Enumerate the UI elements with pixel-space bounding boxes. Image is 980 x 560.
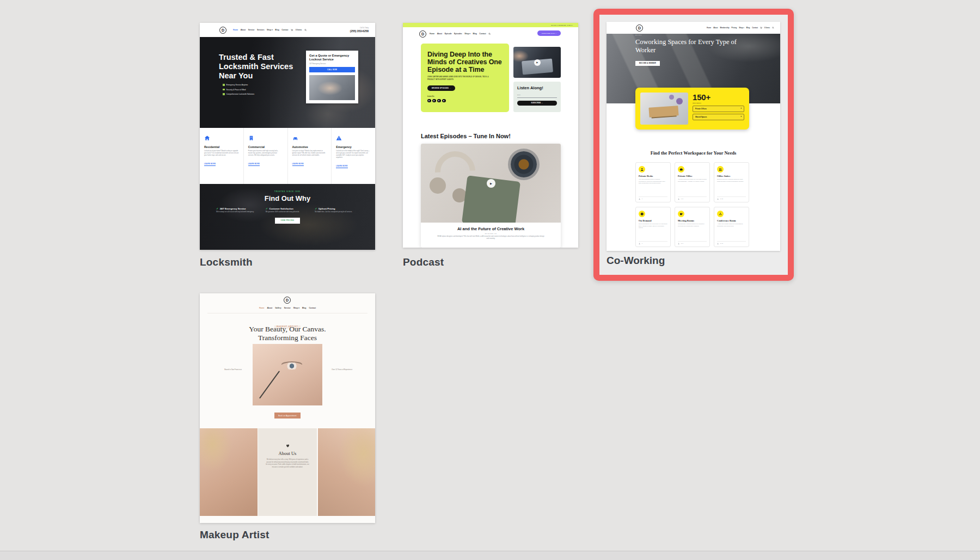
why-item: ✓Upfront Pricing No hidden fees. Just fa…: [315, 207, 358, 213]
call-now-button: CALL NOW: [309, 67, 355, 72]
nav-item-shop: Shop ▾: [293, 307, 299, 309]
coworking-header: D Home About Membership Pricing Shop ▾ B…: [607, 22, 780, 34]
podcast-nav: Home About Episode Episodes Shop ▾ Blog …: [430, 33, 491, 35]
check-icon: ✓: [315, 207, 317, 210]
browse-episodes-button: BROWSE EPISODES →: [427, 85, 455, 91]
template-label-locksmith[interactable]: Locksmith: [200, 256, 253, 268]
heart-ornament-icon: [286, 444, 290, 448]
nav-item-about: About: [713, 27, 718, 29]
bullet-square-icon: [223, 84, 225, 86]
nav-item-about: About: [267, 307, 272, 309]
service-text: Protect your business with high-security…: [248, 150, 283, 157]
template-card-makeup-artist[interactable]: D Home About Gallery Service Shop ▾ Blog…: [200, 293, 375, 523]
nav-item-blog: Blog: [746, 27, 750, 29]
dropdown-private-offices: Private Offices ▾: [693, 106, 744, 112]
template-card-podcast[interactable]: START LISTENING TODAY D Home About Episo…: [403, 23, 578, 248]
workspace-card-private-office: Private Office A private and secure spac…: [675, 162, 710, 202]
capacity-row: 2–8: [678, 241, 707, 244]
nav-item-contact: Contact: [281, 29, 288, 31]
workspace-text: Need a workspace for a few hours or a fe…: [639, 223, 667, 229]
clock-icon: [639, 211, 645, 217]
service-text: Lost your car keys? Need a key replaceme…: [292, 150, 327, 157]
title-line-1: Your Beauty, Our Canvas.: [200, 325, 375, 334]
workspace-title: On Demand: [639, 219, 667, 222]
podcast-video-thumb: ▶: [513, 47, 561, 78]
divi-logo-icon: D: [284, 297, 291, 304]
locksmith-hero-title: Trusted & Fast Locksmith Services Near Y…: [219, 53, 305, 81]
episode-number: EPISODE 12: [421, 233, 561, 235]
hero-eyebrow: WORK: [635, 34, 642, 36]
capacity-value: 1–5: [681, 198, 683, 200]
selected-template-highlight[interactable]: D Home About Membership Pricing Shop ▾ B…: [593, 9, 794, 281]
capacity-row: 1: [639, 196, 667, 200]
nav-item-about: About: [241, 29, 246, 31]
why-columns: ✓24/7 Emergency Service We're always on …: [200, 207, 375, 213]
about-title: About Us: [279, 451, 297, 456]
locksmith-services-row: Residential Locked out of your home? Nee…: [200, 128, 375, 184]
play-icon: ▶: [534, 59, 541, 66]
service-card-automotive: Automotive Lost your car keys? Need a ke…: [288, 128, 332, 184]
locksmith-hero-bullets: Emergency Service Anytime Security & Pea…: [223, 84, 254, 98]
template-label-makeup-artist[interactable]: Makeup Artist: [200, 529, 270, 541]
window-bottom-edge: [0, 551, 980, 560]
capacity-value: 1: [642, 198, 642, 200]
headphones-decoration: [430, 177, 446, 194]
brush-decoration: [259, 371, 280, 399]
person-icon: [717, 243, 719, 244]
quote-photo: [309, 75, 355, 100]
workspace-title: Private Desks: [639, 175, 667, 177]
learn-more-link: LEARN MORE: [336, 165, 347, 168]
workspace-title: Conference Room: [717, 219, 746, 222]
locksmith-nav: Home About Service Services Shop ▾ Blog …: [233, 29, 307, 32]
view-pricing-button: VIEW PRICING: [275, 218, 299, 224]
dropdown-label: Private Offices: [695, 108, 707, 110]
table-decoration: [648, 106, 678, 118]
check-icon: ✓: [216, 207, 218, 210]
right-note: Over 12 Years of Experience: [324, 368, 360, 371]
why-eyebrow: TRUSTED SINCE 1995: [200, 191, 375, 193]
why-item-text: No hidden fees. Just fair, transparent p…: [315, 211, 357, 213]
podcast-hero-subtitle: JOHN CARTER AND ANNIE LEWIS DIVE INTO TH…: [427, 76, 494, 81]
nav-item-blog: Blog: [302, 307, 307, 309]
divi-logo-icon: D: [219, 27, 226, 34]
locksmith-quote-card: Get a Quote or Emergency Lockout Service…: [306, 51, 358, 103]
phone-number: (255) 353-6258: [350, 29, 369, 33]
topbar-text: START LISTENING TODAY: [551, 24, 573, 26]
nav-item-home: Home: [430, 33, 434, 35]
check-icon: ✓: [266, 207, 268, 210]
person-icon: [639, 166, 645, 173]
nav-item-services: Services: [257, 29, 265, 31]
locksmith-hero: Trusted & Fast Locksmith Services Near Y…: [200, 37, 375, 128]
divi-logo-icon: D: [419, 30, 426, 38]
service-title: Commercial: [248, 145, 283, 149]
call-block: Call Us Today (255) 353-6258: [350, 27, 369, 33]
podcast-topbar: START LISTENING TODAY: [403, 23, 578, 27]
nav-item-membership: Membership: [720, 27, 730, 29]
why-item-title: Upfront Pricing: [318, 207, 335, 210]
nav-item-shop: Shop ▾: [464, 33, 470, 35]
template-card-locksmith[interactable]: D Home About Service Services Shop ▾ Blo…: [200, 23, 375, 250]
locksmith-header: D Home About Service Services Shop ▾ Blo…: [200, 23, 375, 37]
coffee-cup-icon: [678, 211, 684, 217]
learn-more-link: LEARN MORE: [204, 163, 216, 166]
nav-item-episodes: Episodes: [454, 33, 462, 35]
template-label-coworking[interactable]: Co-Working: [607, 255, 665, 267]
chair-decoration: [669, 95, 674, 100]
social-icon: [437, 99, 441, 103]
capacity-value: 2–30: [720, 243, 724, 244]
nav-item-contact: Contact: [479, 33, 486, 35]
why-item: ✓24/7 Emergency Service We're always on …: [216, 207, 259, 213]
capacity-value: 2–20: [720, 198, 724, 200]
template-card-coworking[interactable]: D Home About Membership Pricing Shop ▾ B…: [607, 22, 780, 251]
episode-title: AI and the Future of Creative Work: [421, 226, 561, 231]
workspace-card-office-suites: Office Suites Spacious and fully equippe…: [714, 162, 749, 202]
workspace-grid: Private Desks Your own dedicated desk in…: [635, 162, 749, 247]
workspace-text: A large and versatile space for presenta…: [717, 223, 746, 227]
person-icon: [639, 198, 640, 200]
workspace-card-meeting-rooms: Meeting Rooms Professionally equipped sp…: [675, 207, 710, 247]
nav-item-contact: Contact: [752, 27, 758, 29]
workspace-text: A private and secure space for your team…: [678, 179, 707, 182]
search-icon: [488, 33, 491, 35]
latest-episodes-heading: Latest Episodes – Tune In Now!: [421, 133, 511, 139]
template-label-podcast[interactable]: Podcast: [403, 256, 444, 268]
